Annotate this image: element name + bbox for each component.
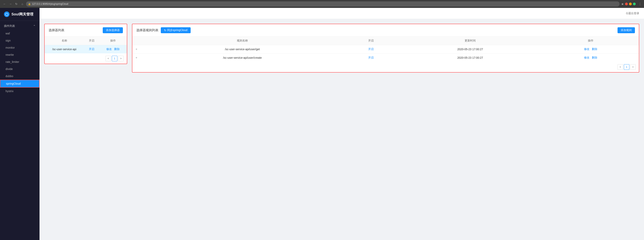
expand-icon-0[interactable]: +: [132, 45, 140, 54]
browser-bar: ← → ↻ ⌂ 🔒 127.0.0.1:9095/#/plug/springCl…: [0, 0, 644, 8]
selector-name: /sc-user-service-api: [45, 45, 84, 54]
table-row: + /sc-user-service-api/user/create 开启 20…: [132, 54, 639, 62]
rule-delete-link-0[interactable]: 删除: [592, 48, 598, 51]
logout-button[interactable]: G退出登录: [626, 12, 639, 15]
selector-edit-link[interactable]: 修改: [106, 48, 112, 51]
right-page-number: 1: [624, 64, 630, 70]
right-panel-header: 选择器规则列表 ↻ 同步springCloud 添加规则: [132, 24, 639, 37]
content-area: 选择器列表 添加选择器 名称 开启 操作: [40, 19, 644, 240]
col-status: 开启: [84, 37, 99, 45]
right-next-button[interactable]: >: [630, 64, 636, 70]
section-label: 插件列表: [4, 24, 15, 28]
sidebar: ◯ Soul网关管理 插件列表 ⌃ waf sign monitor rewri…: [0, 8, 40, 240]
selector-table-header-row: 名称 开启 操作: [45, 37, 127, 45]
rule-name-0: /sc-user-service-api/user/get: [140, 45, 344, 54]
rule-update-time-0: 2020-05-23 17:00:27: [398, 45, 542, 54]
expand-icon-1[interactable]: +: [132, 54, 140, 62]
left-pagination: < 1 >: [45, 53, 127, 64]
col-rule-name: 规则名称: [140, 37, 344, 45]
left-panel-title: 选择器列表: [48, 28, 64, 33]
col-update-time: 更新时间: [398, 37, 542, 45]
left-page-number: 1: [112, 56, 117, 61]
sidebar-item-divide[interactable]: divide: [0, 65, 40, 73]
url-text: 127.0.0.1:9095/#/plug/springCloud: [32, 3, 68, 5]
sync-button[interactable]: ↻ 同步springCloud: [161, 27, 191, 33]
sidebar-item-dubbo[interactable]: dubbo: [0, 73, 40, 80]
sidebar-item-monitor[interactable]: monitor: [0, 44, 40, 51]
sidebar-logo: ◯ Soul网关管理: [0, 8, 40, 21]
add-rule-button[interactable]: 添加规则: [618, 27, 635, 33]
right-panel: 选择器规则列表 ↻ 同步springCloud 添加规则 规则名称: [132, 24, 639, 73]
right-prev-button[interactable]: <: [618, 64, 623, 70]
selector-delete-link[interactable]: 删除: [114, 48, 120, 51]
selector-table: 名称 开启 操作 /sc-user-service-api 开启 修改: [45, 37, 127, 53]
home-button[interactable]: ⌂: [20, 2, 24, 6]
col-actions: 操作: [99, 37, 127, 45]
col-rule-status: 开启: [344, 37, 398, 45]
dot-red: [625, 3, 628, 5]
rule-edit-link-0[interactable]: 修改: [584, 48, 590, 51]
browser-actions: ★ ⋮: [621, 2, 642, 6]
col-expand: [132, 37, 140, 45]
rule-update-time-1: 2020-05-23 17:00:27: [398, 54, 542, 62]
table-row: /sc-user-service-api 开启 修改 删除: [45, 45, 127, 54]
right-panel-header-left: 选择器规则列表 ↻ 同步springCloud: [136, 27, 191, 33]
rule-name-1: /sc-user-service-api/user/create: [140, 54, 344, 62]
selector-status: 开启: [89, 48, 94, 51]
rule-table: 规则名称 开启 更新时间 操作 + /sc-user-service-api/u…: [132, 37, 639, 62]
sidebar-item-rate-limiter[interactable]: rate_limiter: [0, 58, 40, 65]
left-panel-header: 选择器列表 添加选择器: [45, 24, 127, 37]
rule-table-wrapper: 规则名称 开启 更新时间 操作 + /sc-user-service-api/u…: [132, 37, 639, 62]
main-header: G退出登录: [40, 8, 644, 19]
sidebar-section-header[interactable]: 插件列表 ⌃: [0, 22, 40, 30]
left-panel: 选择器列表 添加选择器 名称 开启 操作: [44, 24, 127, 64]
sidebar-item-hystrix[interactable]: hystrix: [0, 88, 40, 95]
sidebar-item-waf[interactable]: waf: [0, 30, 40, 37]
sidebar-section-plugins: 插件列表 ⌃ waf sign monitor rewrite rate_lim…: [0, 21, 40, 96]
sidebar-item-sign[interactable]: sign: [0, 37, 40, 44]
sync-icon: ↻: [164, 29, 166, 32]
col-rule-actions: 操作: [542, 37, 639, 45]
rule-delete-link-1[interactable]: 删除: [592, 56, 598, 59]
app-container: ◯ Soul网关管理 插件列表 ⌃ waf sign monitor rewri…: [0, 8, 644, 240]
right-panel-title: 选择器规则列表: [136, 28, 158, 33]
app-title: Soul网关管理: [12, 12, 34, 17]
bookmark-icon[interactable]: ★: [621, 2, 624, 6]
main-content: G退出登录 选择器列表 添加选择器 名称 开启 操作: [40, 8, 644, 240]
address-bar: 🔒 127.0.0.1:9095/#/plug/springCloud: [26, 2, 620, 7]
chevron-up-icon: ⌃: [33, 25, 36, 28]
logo-icon: ◯: [4, 12, 10, 17]
table-row: + /sc-user-service-api/user/get 开启 2020-…: [132, 45, 639, 54]
menu-icon[interactable]: ⋮: [638, 2, 642, 6]
selector-table-wrapper: 名称 开启 操作 /sc-user-service-api 开启 修改: [45, 37, 127, 53]
add-selector-button[interactable]: 添加选择器: [103, 27, 123, 33]
col-name: 名称: [45, 37, 84, 45]
rule-status-1: 开启: [368, 56, 374, 59]
sidebar-item-rewrite[interactable]: rewrite: [0, 51, 40, 58]
logout-label: G退出登录: [626, 12, 639, 15]
sync-label: 同步springCloud: [167, 29, 188, 32]
forward-button[interactable]: →: [8, 2, 13, 6]
rule-status-0: 开启: [368, 48, 374, 51]
refresh-button[interactable]: ↻: [14, 2, 18, 6]
left-prev-button[interactable]: <: [106, 56, 111, 61]
left-next-button[interactable]: >: [118, 56, 124, 61]
dot-green: [633, 3, 636, 5]
sidebar-item-springcloud[interactable]: springCloud: [0, 80, 40, 88]
right-pagination: < 1 >: [132, 62, 639, 72]
rule-table-header-row: 规则名称 开启 更新时间 操作: [132, 37, 639, 45]
dot-orange: [629, 3, 632, 5]
rule-edit-link-1[interactable]: 修改: [584, 56, 590, 59]
back-button[interactable]: ←: [2, 2, 7, 6]
